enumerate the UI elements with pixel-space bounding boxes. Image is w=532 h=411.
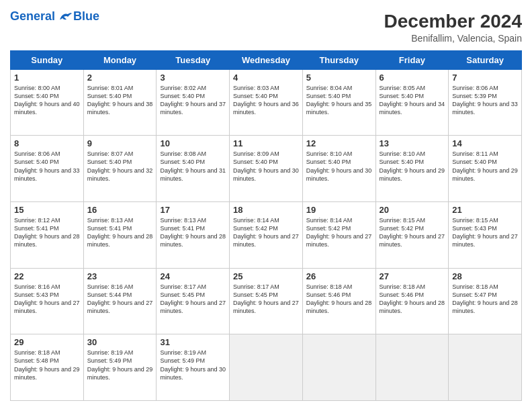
table-row: 15Sunrise: 8:12 AMSunset: 5:41 PMDayligh… [11, 201, 84, 268]
logo-text: General [10, 10, 72, 24]
table-row: 9Sunrise: 8:07 AMSunset: 5:40 PMDaylight… [83, 136, 157, 202]
table-row: 7Sunrise: 8:06 AMSunset: 5:39 PMDaylight… [449, 69, 522, 136]
day-info: Sunrise: 8:08 AMSunset: 5:40 PMDaylight:… [160, 150, 226, 183]
calendar-week-row: 15Sunrise: 8:12 AMSunset: 5:41 PMDayligh… [11, 201, 522, 268]
day-info: Sunrise: 8:18 AMSunset: 5:46 PMDaylight:… [380, 283, 445, 316]
calendar-header-row: Sunday Monday Tuesday Wednesday Thursday… [11, 50, 522, 69]
page-subtitle: Benifallim, Valencia, Spain [384, 33, 522, 44]
calendar-table: Sunday Monday Tuesday Wednesday Thursday… [10, 50, 522, 401]
day-number: 14 [452, 138, 518, 148]
day-info: Sunrise: 8:10 AMSunset: 5:40 PMDaylight:… [380, 150, 445, 183]
day-info: Sunrise: 8:10 AMSunset: 5:40 PMDaylight:… [306, 150, 372, 183]
day-info: Sunrise: 8:18 AMSunset: 5:48 PMDaylight:… [14, 349, 80, 381]
day-number: 15 [14, 205, 80, 215]
col-sunday: Sunday [11, 50, 84, 69]
day-number: 25 [233, 271, 299, 281]
col-friday: Friday [375, 50, 449, 69]
table-row: 4Sunrise: 8:03 AMSunset: 5:40 PMDaylight… [230, 69, 303, 136]
table-row: 26Sunrise: 8:18 AMSunset: 5:46 PMDayligh… [302, 268, 375, 334]
title-block: December 2024 Benifallim, Valencia, Spai… [384, 10, 522, 44]
day-number: 31 [160, 337, 226, 347]
page-title: December 2024 [384, 10, 522, 33]
calendar-week-row: 29Sunrise: 8:18 AMSunset: 5:48 PMDayligh… [11, 334, 522, 401]
day-info: Sunrise: 8:13 AMSunset: 5:41 PMDaylight:… [87, 216, 153, 249]
day-number: 26 [306, 271, 372, 281]
table-row: 13Sunrise: 8:10 AMSunset: 5:40 PMDayligh… [375, 136, 449, 202]
day-number: 30 [87, 337, 153, 347]
day-number: 3 [160, 73, 226, 83]
day-info: Sunrise: 8:11 AMSunset: 5:40 PMDaylight:… [452, 150, 518, 183]
col-wednesday: Wednesday [230, 50, 303, 69]
table-row [375, 334, 449, 401]
day-info: Sunrise: 8:14 AMSunset: 5:42 PMDaylight:… [233, 216, 299, 249]
table-row: 1Sunrise: 8:00 AMSunset: 5:40 PMDaylight… [11, 69, 84, 136]
logo: General Blue [10, 10, 99, 24]
table-row: 23Sunrise: 8:16 AMSunset: 5:44 PMDayligh… [83, 268, 157, 334]
day-info: Sunrise: 8:16 AMSunset: 5:44 PMDaylight:… [87, 283, 153, 316]
day-info: Sunrise: 8:15 AMSunset: 5:43 PMDaylight:… [452, 216, 518, 249]
day-info: Sunrise: 8:09 AMSunset: 5:40 PMDaylight:… [233, 150, 299, 183]
day-number: 17 [160, 205, 226, 215]
day-info: Sunrise: 8:01 AMSunset: 5:40 PMDaylight:… [87, 84, 153, 117]
day-number: 12 [306, 138, 372, 148]
day-number: 7 [452, 73, 518, 83]
day-number: 13 [380, 138, 445, 148]
day-number: 20 [380, 205, 445, 215]
day-number: 4 [233, 73, 299, 83]
calendar-week-row: 22Sunrise: 8:16 AMSunset: 5:43 PMDayligh… [11, 268, 522, 334]
table-row: 20Sunrise: 8:15 AMSunset: 5:42 PMDayligh… [375, 201, 449, 268]
table-row [230, 334, 303, 401]
day-info: Sunrise: 8:05 AMSunset: 5:40 PMDaylight:… [380, 84, 445, 117]
day-number: 16 [87, 205, 153, 215]
table-row: 21Sunrise: 8:15 AMSunset: 5:43 PMDayligh… [449, 201, 522, 268]
table-row: 27Sunrise: 8:18 AMSunset: 5:46 PMDayligh… [375, 268, 449, 334]
day-info: Sunrise: 8:15 AMSunset: 5:42 PMDaylight:… [380, 216, 445, 249]
table-row: 24Sunrise: 8:17 AMSunset: 5:45 PMDayligh… [157, 268, 230, 334]
day-number: 5 [306, 73, 372, 83]
table-row [302, 334, 375, 401]
table-row: 28Sunrise: 8:18 AMSunset: 5:47 PMDayligh… [449, 268, 522, 334]
day-number: 9 [87, 138, 153, 148]
calendar-week-row: 8Sunrise: 8:06 AMSunset: 5:40 PMDaylight… [11, 136, 522, 202]
col-monday: Monday [83, 50, 157, 69]
day-number: 28 [452, 271, 518, 281]
day-number: 1 [14, 73, 80, 83]
table-row [449, 334, 522, 401]
table-row: 5Sunrise: 8:04 AMSunset: 5:40 PMDaylight… [302, 69, 375, 136]
page: General Blue December 2024 Benifallim, V… [0, 0, 532, 411]
table-row: 29Sunrise: 8:18 AMSunset: 5:48 PMDayligh… [11, 334, 84, 401]
logo-general: General [10, 9, 55, 23]
day-number: 23 [87, 271, 153, 281]
day-info: Sunrise: 8:18 AMSunset: 5:47 PMDaylight:… [452, 283, 518, 316]
table-row: 19Sunrise: 8:14 AMSunset: 5:42 PMDayligh… [302, 201, 375, 268]
day-number: 29 [14, 337, 80, 347]
table-row: 8Sunrise: 8:06 AMSunset: 5:40 PMDaylight… [11, 136, 84, 202]
day-info: Sunrise: 8:18 AMSunset: 5:46 PMDaylight:… [306, 283, 372, 316]
day-info: Sunrise: 8:16 AMSunset: 5:43 PMDaylight:… [14, 283, 80, 316]
table-row: 12Sunrise: 8:10 AMSunset: 5:40 PMDayligh… [302, 136, 375, 202]
day-number: 18 [233, 205, 299, 215]
table-row: 16Sunrise: 8:13 AMSunset: 5:41 PMDayligh… [83, 201, 157, 268]
table-row: 18Sunrise: 8:14 AMSunset: 5:42 PMDayligh… [230, 201, 303, 268]
calendar-week-row: 1Sunrise: 8:00 AMSunset: 5:40 PMDaylight… [11, 69, 522, 136]
table-row: 10Sunrise: 8:08 AMSunset: 5:40 PMDayligh… [157, 136, 230, 202]
table-row: 11Sunrise: 8:09 AMSunset: 5:40 PMDayligh… [230, 136, 303, 202]
day-info: Sunrise: 8:17 AMSunset: 5:45 PMDaylight:… [160, 283, 226, 316]
day-info: Sunrise: 8:00 AMSunset: 5:40 PMDaylight:… [14, 84, 80, 117]
day-info: Sunrise: 8:03 AMSunset: 5:40 PMDaylight:… [233, 84, 299, 117]
day-number: 24 [160, 271, 226, 281]
table-row: 25Sunrise: 8:17 AMSunset: 5:45 PMDayligh… [230, 268, 303, 334]
day-info: Sunrise: 8:06 AMSunset: 5:39 PMDaylight:… [452, 84, 518, 117]
logo-blue: Blue [73, 10, 99, 24]
day-info: Sunrise: 8:14 AMSunset: 5:42 PMDaylight:… [306, 216, 372, 249]
day-info: Sunrise: 8:19 AMSunset: 5:49 PMDaylight:… [160, 349, 226, 381]
day-info: Sunrise: 8:02 AMSunset: 5:40 PMDaylight:… [160, 84, 226, 117]
col-tuesday: Tuesday [157, 50, 230, 69]
day-info: Sunrise: 8:04 AMSunset: 5:40 PMDaylight:… [306, 84, 372, 117]
day-info: Sunrise: 8:12 AMSunset: 5:41 PMDaylight:… [14, 216, 80, 249]
day-info: Sunrise: 8:19 AMSunset: 5:49 PMDaylight:… [87, 349, 153, 381]
table-row: 22Sunrise: 8:16 AMSunset: 5:43 PMDayligh… [11, 268, 84, 334]
table-row: 14Sunrise: 8:11 AMSunset: 5:40 PMDayligh… [449, 136, 522, 202]
day-number: 8 [14, 138, 80, 148]
col-saturday: Saturday [449, 50, 522, 69]
